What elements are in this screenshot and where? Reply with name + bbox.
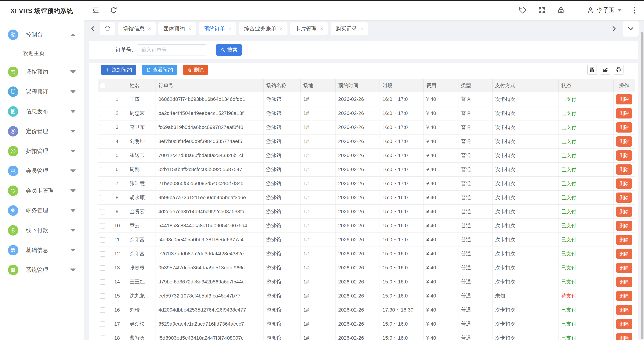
- sidebar-item-pricing[interactable]: 定价管理: [0, 121, 84, 141]
- row-checkbox[interactable]: [100, 321, 105, 327]
- row-delete-button[interactable]: 删除: [616, 319, 632, 329]
- row-checkbox[interactable]: [100, 251, 105, 257]
- row-delete-button[interactable]: 删除: [616, 150, 632, 161]
- view-booking-button[interactable]: 查看预约: [142, 65, 177, 75]
- row-delete-button[interactable]: 删除: [616, 108, 632, 118]
- column-header: 支付方式: [492, 79, 558, 92]
- print-icon[interactable]: [614, 65, 624, 75]
- cell-venue: 游泳馆: [264, 148, 300, 162]
- cell-spacer: [608, 205, 614, 219]
- row-delete-button[interactable]: 删除: [616, 207, 632, 217]
- sidebar-item-venue-booking[interactable]: 场馆预约: [0, 62, 84, 82]
- row-delete-button[interactable]: 删除: [616, 136, 632, 146]
- sidebar-item-base-info[interactable]: 基础信息: [0, 240, 84, 260]
- tab-booking-orders[interactable]: 预约订单×: [199, 22, 236, 35]
- sidebar-item-members[interactable]: 会员管理: [0, 161, 84, 181]
- close-icon[interactable]: ×: [229, 26, 232, 31]
- cell-name: 张叶慧: [127, 177, 156, 191]
- row-checkbox[interactable]: [100, 167, 105, 172]
- row-checkbox[interactable]: [100, 279, 105, 285]
- collapse-sidebar-icon[interactable]: [92, 6, 100, 14]
- table-row: 15沈九龙eef59732f1078cf4b5bf3fca48e47b77游泳馆…: [98, 289, 635, 303]
- row-delete-button[interactable]: 删除: [616, 333, 632, 340]
- tab-venue-info[interactable]: 场馆信息×: [118, 22, 156, 35]
- tabs-scroll-right-icon[interactable]: [610, 25, 618, 33]
- sidebar-item-accounting[interactable]: 帐务管理: [0, 201, 84, 220]
- row-delete-button[interactable]: 删除: [616, 305, 632, 315]
- row-checkbox[interactable]: [100, 139, 105, 144]
- row-delete-button[interactable]: 删除: [616, 291, 632, 301]
- row-checkbox[interactable]: [100, 125, 105, 130]
- tab-home[interactable]: [100, 22, 116, 35]
- gear-icon: [8, 265, 18, 275]
- row-checkbox[interactable]: [100, 293, 105, 299]
- cell-index: 14: [107, 275, 127, 289]
- refresh-icon[interactable]: [110, 6, 118, 14]
- close-icon[interactable]: ×: [360, 26, 363, 31]
- close-icon[interactable]: ×: [280, 26, 283, 31]
- user-menu[interactable]: 李子玉: [575, 6, 622, 14]
- status-badge: 已支付: [561, 237, 576, 242]
- tab-group-booking[interactable]: 团体预约×: [158, 22, 196, 35]
- sidebar-item-offline-payment[interactable]: 线下付款: [0, 220, 84, 240]
- close-icon[interactable]: ×: [188, 26, 191, 31]
- table-row: 12佘守富e261f37addb87a2de3d6af4f28e4382e游泳馆…: [98, 247, 635, 261]
- cell-venue: 游泳馆: [264, 303, 300, 317]
- row-delete-button[interactable]: 删除: [616, 263, 632, 273]
- row-checkbox[interactable]: [100, 153, 105, 158]
- more-menu-icon[interactable]: [634, 6, 636, 14]
- cell-status: 已支付: [558, 191, 608, 205]
- row-delete-button[interactable]: 删除: [616, 193, 632, 203]
- cell-date: 2026-02-26: [336, 120, 380, 134]
- cell-payment: 次卡扣次: [492, 275, 558, 289]
- row-checkbox[interactable]: [100, 265, 105, 271]
- tab-business-bills[interactable]: 综合业务账单×: [239, 22, 288, 35]
- columns-icon[interactable]: [587, 65, 597, 75]
- row-delete-button[interactable]: 删除: [616, 94, 632, 104]
- cell-court: 1#: [300, 233, 336, 247]
- row-checkbox[interactable]: [100, 195, 105, 201]
- cell-fee: ¥ 40: [424, 289, 458, 303]
- status-badge: 已支付: [561, 223, 576, 228]
- row-checkbox[interactable]: [100, 335, 105, 340]
- delete-button[interactable]: 删除: [183, 65, 208, 75]
- row-delete-button[interactable]: 删除: [616, 235, 632, 245]
- row-checkbox[interactable]: [100, 111, 105, 116]
- select-all-checkbox[interactable]: [100, 83, 105, 88]
- tabs-scroll-left-icon[interactable]: [89, 25, 97, 33]
- row-checkbox[interactable]: [100, 209, 105, 215]
- sidebar-subitem-welcome[interactable]: 欢迎主页: [0, 45, 84, 62]
- tab-purchase-records[interactable]: 购买记录×: [331, 22, 368, 35]
- sidebar-item-system[interactable]: 系统管理: [0, 260, 84, 280]
- sidebar-item-console[interactable]: 控制台: [0, 25, 84, 45]
- lock-icon[interactable]: [557, 6, 565, 14]
- row-delete-button[interactable]: 删除: [616, 164, 632, 175]
- add-booking-button[interactable]: 添加预约: [101, 65, 136, 75]
- cell-slot: 15:0 ~ 16:0: [380, 261, 424, 275]
- sidebar-item-member-cards[interactable]: 会员卡管理: [0, 181, 84, 201]
- sidebar-item-course-booking[interactable]: 课程预订: [0, 82, 84, 102]
- sidebar-item-info-publish[interactable]: 信息发布: [0, 102, 84, 121]
- close-icon[interactable]: ×: [148, 26, 151, 31]
- row-delete-button[interactable]: 删除: [616, 179, 632, 189]
- row-delete-button[interactable]: 删除: [616, 122, 632, 132]
- row-checkbox[interactable]: [100, 237, 105, 243]
- row-checkbox[interactable]: [100, 181, 105, 186]
- tag-icon[interactable]: [519, 6, 527, 14]
- row-delete-button[interactable]: 删除: [616, 221, 632, 231]
- row-delete-button[interactable]: 删除: [616, 249, 632, 259]
- vertical-scrollbar[interactable]: [641, 32, 644, 339]
- tab-card-management[interactable]: 卡片管理×: [290, 22, 328, 35]
- row-checkbox[interactable]: [100, 97, 105, 102]
- row-delete-button[interactable]: 删除: [616, 277, 632, 287]
- order-number-input[interactable]: [137, 44, 206, 56]
- fullscreen-icon[interactable]: [538, 6, 546, 14]
- tabs-dropdown-button[interactable]: [623, 21, 638, 37]
- search-button[interactable]: 搜索: [216, 44, 242, 56]
- row-checkbox[interactable]: [100, 223, 105, 229]
- sidebar-item-discount[interactable]: 折扣管理: [0, 141, 84, 161]
- cell-payment: 次卡扣次: [492, 120, 558, 134]
- close-icon[interactable]: ×: [320, 26, 323, 31]
- row-checkbox[interactable]: [100, 307, 105, 313]
- export-icon[interactable]: [601, 65, 610, 75]
